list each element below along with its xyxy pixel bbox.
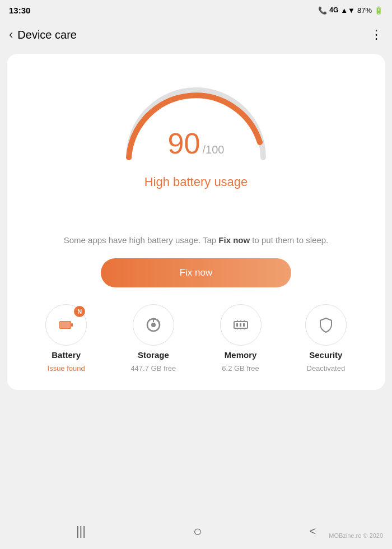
memory-label: Memory bbox=[225, 350, 257, 360]
battery-percentage: 87% bbox=[357, 6, 372, 15]
memory-icon-wrapper bbox=[220, 304, 262, 346]
bottom-nav: ||| ○ < MOBzine.ro © 2020 bbox=[0, 513, 392, 549]
svg-rect-2 bbox=[60, 322, 71, 328]
recents-button[interactable]: ||| bbox=[76, 524, 86, 538]
page-title: Device care bbox=[17, 29, 77, 41]
storage-label: Storage bbox=[138, 350, 169, 360]
security-sublabel: Deactivated bbox=[307, 364, 346, 374]
top-bar: ‹ Device care ⋮ bbox=[0, 20, 392, 49]
svg-point-4 bbox=[151, 323, 156, 327]
status-time: 13:30 bbox=[9, 6, 30, 15]
svg-rect-1 bbox=[71, 323, 73, 327]
storage-icon-wrapper bbox=[133, 304, 174, 346]
description-text: Some apps have high battery usage. Tap F… bbox=[64, 234, 329, 247]
desc-text1: Some apps have high battery usage. Tap bbox=[64, 235, 219, 245]
battery-label: Battery bbox=[52, 350, 81, 360]
svg-rect-7 bbox=[236, 323, 238, 327]
status-bar: 13:30 📞 4G ▲▼ 87% 🔋 bbox=[0, 0, 392, 20]
gauge-score-group: 90/100 bbox=[168, 127, 225, 160]
memory-icon bbox=[232, 316, 250, 334]
storage-item[interactable]: Storage 447.7 GB free bbox=[130, 304, 176, 374]
home-button[interactable]: ○ bbox=[193, 523, 202, 540]
top-bar-left: ‹ Device care bbox=[9, 27, 77, 42]
battery-item[interactable]: N Battery Issue found bbox=[45, 304, 87, 374]
back-nav-button[interactable]: < bbox=[309, 525, 316, 538]
watermark: MOBzine.ro © 2020 bbox=[329, 532, 383, 539]
security-item[interactable]: Security Deactivated bbox=[305, 304, 347, 374]
security-label: Security bbox=[309, 350, 342, 360]
signal-icon: ▲▼ bbox=[340, 6, 355, 15]
battery-icon bbox=[57, 316, 75, 334]
battery-sublabel: Issue found bbox=[48, 364, 85, 374]
main-card: 90/100 High battery usage Some apps have… bbox=[7, 54, 385, 390]
desc-text2: to put them to sleep. bbox=[250, 235, 328, 245]
gauge-label: High battery usage bbox=[144, 175, 248, 189]
bottom-items: N Battery Issue found Storage bbox=[18, 304, 374, 374]
call-icon: 📞 bbox=[318, 6, 327, 15]
memory-item[interactable]: Memory 6.2 GB free bbox=[220, 304, 262, 374]
fix-now-button[interactable]: Fix now bbox=[101, 258, 291, 287]
desc-bold: Fix now bbox=[218, 235, 250, 245]
shield-icon bbox=[317, 316, 335, 334]
storage-icon bbox=[144, 316, 162, 334]
battery-icon-wrapper: N bbox=[45, 304, 87, 346]
network-icon: 4G bbox=[329, 6, 338, 14]
svg-rect-9 bbox=[243, 323, 245, 327]
gauge-score: 90 bbox=[168, 127, 200, 160]
storage-sublabel: 447.7 GB free bbox=[130, 364, 176, 374]
notification-badge: N bbox=[74, 306, 85, 317]
back-button[interactable]: ‹ bbox=[9, 27, 13, 42]
svg-rect-8 bbox=[240, 323, 241, 327]
gauge-max: /100 bbox=[202, 143, 224, 156]
security-icon-wrapper bbox=[305, 304, 347, 346]
more-button[interactable]: ⋮ bbox=[370, 27, 383, 42]
gauge-container: 90/100 bbox=[112, 71, 280, 166]
memory-sublabel: 6.2 GB free bbox=[222, 364, 259, 374]
status-icons: 📞 4G ▲▼ 87% 🔋 bbox=[318, 6, 383, 15]
battery-icon: 🔋 bbox=[374, 6, 383, 15]
